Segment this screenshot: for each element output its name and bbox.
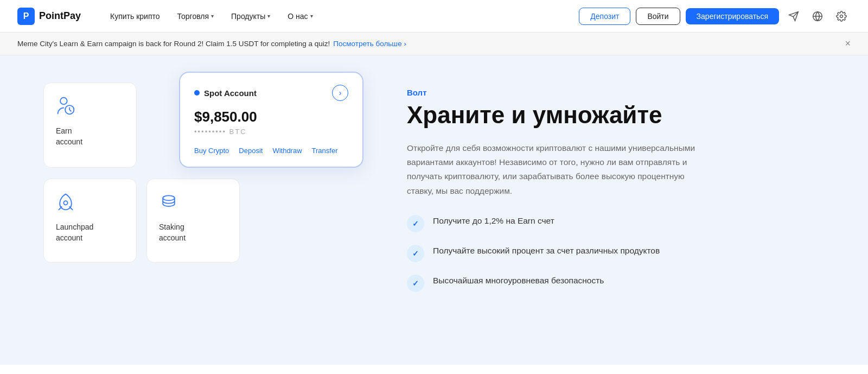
nav-buy-crypto[interactable]: Купить крипто (103, 9, 168, 24)
main-content: Earn account Spot Account › $9,850.00 ••… (0, 55, 868, 365)
nav-trading[interactable]: Торговля ▾ (170, 9, 221, 24)
accounts-row-top: Earn account Spot Account › $9,850.00 ••… (43, 83, 363, 168)
feature-item-1: ✓ Получите до 1,2% на Earn счет (407, 214, 711, 232)
chevron-down-icon: ▾ (310, 13, 313, 19)
staking-account-card[interactable]: Staking account (146, 179, 240, 263)
deposit-link[interactable]: Deposit (239, 147, 263, 155)
earn-account-card[interactable]: Earn account (43, 83, 137, 168)
navbar: P PointPay Купить крипто Торговля ▾ Прод… (0, 0, 868, 33)
accounts-area: Earn account Spot Account › $9,850.00 ••… (43, 83, 363, 338)
check-icon-3: ✓ (407, 275, 424, 292)
spot-crypto-hidden: ••••••••• BTC (194, 128, 348, 136)
send-icon[interactable] (784, 7, 803, 26)
content-area: Волт Храните и умножайте Откройте для се… (407, 83, 711, 338)
staking-icon (159, 192, 227, 215)
spot-header: Spot Account › (194, 85, 348, 101)
feature-text-1: Получите до 1,2% на Earn счет (433, 214, 554, 227)
launchpad-account-card[interactable]: Launchpad account (43, 179, 137, 263)
globe-icon[interactable] (808, 7, 827, 26)
check-icon-2: ✓ (407, 245, 424, 262)
announcement-banner: Meme City's Learn & Earn campaign is bac… (0, 33, 868, 55)
feature-list: ✓ Получите до 1,2% на Earn счет ✓ Получа… (407, 214, 711, 292)
settings-icon[interactable] (832, 7, 851, 26)
transfer-link[interactable]: Transfer (312, 147, 338, 155)
feature-item-3: ✓ Высочайшая многоуровневая безопасность (407, 274, 711, 292)
check-icon-1: ✓ (407, 215, 424, 232)
login-button[interactable]: Войти (636, 8, 680, 25)
logo-text: PointPay (39, 10, 81, 22)
content-tag: Волт (407, 88, 711, 97)
spot-arrow-button[interactable]: › (332, 85, 348, 101)
banner-link[interactable]: Посмотреть больше › (333, 40, 406, 48)
nav-actions: Депозит Войти Зарегистрироваться (579, 7, 851, 26)
spot-dot (194, 90, 200, 96)
spot-account-card[interactable]: Spot Account › $9,850.00 ••••••••• BTC B… (179, 72, 363, 168)
spot-title: Spot Account (194, 88, 257, 98)
spot-amount: $9,850.00 (194, 109, 348, 125)
chevron-down-icon: ▾ (267, 13, 270, 19)
feature-text-3: Высочайшая многоуровневая безопасность (433, 274, 604, 287)
spot-card-wrap: Spot Account › $9,850.00 ••••••••• BTC B… (179, 72, 363, 168)
svg-point-5 (60, 98, 67, 105)
chevron-down-icon: ▾ (211, 13, 214, 19)
logo[interactable]: P PointPay (17, 8, 81, 25)
feature-item-2: ✓ Получайте высокий процент за счет разл… (407, 244, 711, 262)
banner-text: Meme City's Learn & Earn campaign is bac… (17, 40, 330, 48)
nav-links: Купить крипто Торговля ▾ Продукты ▾ О на… (103, 9, 579, 24)
withdraw-link[interactable]: Withdraw (272, 147, 302, 155)
staking-account-label: Staking account (159, 222, 227, 243)
spot-actions: Buy Crypto Deposit Withdraw Transfer (194, 147, 348, 155)
svg-point-7 (63, 201, 67, 205)
nav-about[interactable]: О нас ▾ (280, 9, 320, 24)
launchpad-icon (56, 192, 124, 215)
nav-products[interactable]: Продукты ▾ (224, 9, 278, 24)
earn-icon (56, 96, 124, 119)
feature-text-2: Получайте высокий процент за счет различ… (433, 244, 660, 257)
content-description: Откройте для себя возможности криптовалю… (407, 141, 711, 198)
deposit-button[interactable]: Депозит (579, 8, 630, 25)
register-button[interactable]: Зарегистрироваться (686, 8, 779, 24)
accounts-row-bottom: Launchpad account Staking account (43, 179, 363, 263)
svg-point-4 (840, 15, 843, 17)
earn-account-label: Earn account (56, 126, 124, 147)
logo-icon: P (17, 8, 35, 25)
launchpad-account-label: Launchpad account (56, 222, 124, 243)
close-icon[interactable]: × (845, 38, 851, 49)
svg-point-8 (163, 195, 175, 200)
content-heading: Храните и умножайте (407, 102, 711, 129)
buy-crypto-link[interactable]: Buy Crypto (194, 147, 229, 155)
